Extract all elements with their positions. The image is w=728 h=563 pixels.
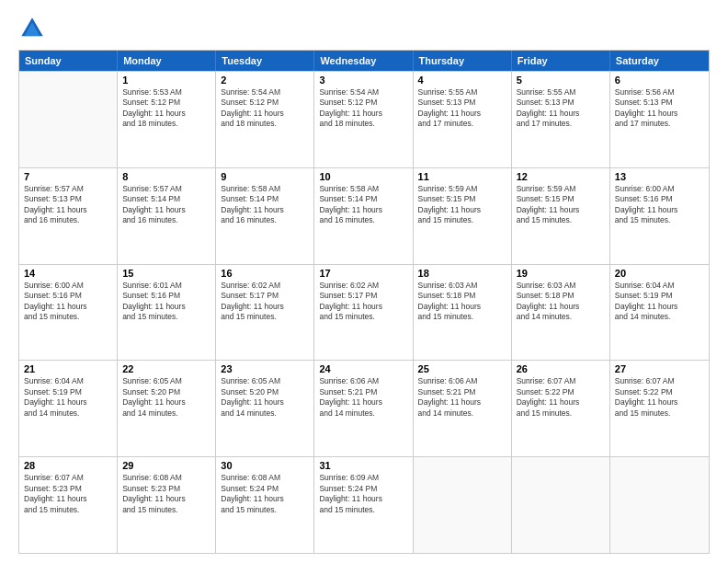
day-number: 9 — [221, 171, 309, 182]
day-number: 7 — [24, 171, 112, 182]
calendar-cell: 25Sunrise: 6:06 AM Sunset: 5:21 PM Dayli… — [414, 361, 512, 456]
day-info: Sunrise: 6:06 AM Sunset: 5:21 PM Dayligh… — [418, 376, 506, 419]
header-day-tuesday: Tuesday — [216, 51, 314, 71]
day-number: 30 — [221, 460, 309, 471]
day-number: 1 — [122, 75, 210, 86]
calendar-cell: 23Sunrise: 6:05 AM Sunset: 5:20 PM Dayli… — [216, 361, 314, 456]
calendar-cell: 31Sunrise: 6:09 AM Sunset: 5:24 PM Dayli… — [314, 457, 413, 553]
header-day-sunday: Sunday — [19, 51, 118, 71]
day-info: Sunrise: 5:59 AM Sunset: 5:15 PM Dayligh… — [418, 184, 506, 226]
calendar-cell: 13Sunrise: 6:00 AM Sunset: 5:16 PM Dayli… — [610, 168, 709, 264]
day-number: 26 — [517, 363, 605, 374]
day-number: 13 — [615, 171, 704, 182]
day-info: Sunrise: 6:04 AM Sunset: 5:19 PM Dayligh… — [24, 376, 112, 419]
day-number: 8 — [122, 171, 210, 182]
header-day-friday: Friday — [512, 51, 610, 71]
calendar-cell: 11Sunrise: 5:59 AM Sunset: 5:15 PM Dayli… — [414, 168, 512, 264]
day-info: Sunrise: 5:54 AM Sunset: 5:12 PM Dayligh… — [319, 87, 407, 130]
calendar-row-2: 14Sunrise: 6:00 AM Sunset: 5:16 PM Dayli… — [19, 264, 709, 361]
calendar-cell: 15Sunrise: 6:01 AM Sunset: 5:16 PM Dayli… — [118, 265, 216, 361]
day-number: 3 — [319, 75, 407, 86]
day-number: 10 — [319, 171, 407, 182]
day-info: Sunrise: 6:05 AM Sunset: 5:20 PM Dayligh… — [122, 376, 210, 419]
day-info: Sunrise: 6:08 AM Sunset: 5:24 PM Dayligh… — [221, 473, 309, 515]
day-info: Sunrise: 6:07 AM Sunset: 5:23 PM Dayligh… — [24, 473, 112, 515]
day-info: Sunrise: 6:03 AM Sunset: 5:18 PM Dayligh… — [418, 281, 506, 323]
header-day-saturday: Saturday — [610, 51, 709, 71]
day-info: Sunrise: 6:02 AM Sunset: 5:17 PM Dayligh… — [319, 281, 407, 323]
day-info: Sunrise: 6:09 AM Sunset: 5:24 PM Dayligh… — [319, 473, 407, 515]
calendar-row-1: 7Sunrise: 5:57 AM Sunset: 5:13 PM Daylig… — [19, 167, 709, 264]
day-number: 20 — [615, 268, 704, 279]
logo-icon — [18, 15, 46, 42]
calendar-cell: 27Sunrise: 6:07 AM Sunset: 5:22 PM Dayli… — [610, 361, 709, 456]
calendar-cell — [414, 457, 512, 553]
day-info: Sunrise: 6:06 AM Sunset: 5:21 PM Dayligh… — [319, 376, 407, 419]
calendar-cell: 19Sunrise: 6:03 AM Sunset: 5:18 PM Dayli… — [512, 265, 610, 361]
header-day-thursday: Thursday — [414, 51, 512, 71]
day-number: 12 — [517, 171, 605, 182]
day-info: Sunrise: 5:55 AM Sunset: 5:13 PM Dayligh… — [517, 87, 605, 130]
day-number: 28 — [24, 460, 112, 471]
calendar-cell — [610, 457, 709, 553]
day-number: 19 — [517, 268, 605, 279]
calendar-cell: 20Sunrise: 6:04 AM Sunset: 5:19 PM Dayli… — [610, 265, 709, 361]
logo — [18, 15, 50, 42]
calendar-cell: 29Sunrise: 6:08 AM Sunset: 5:23 PM Dayli… — [118, 457, 216, 553]
day-number: 23 — [221, 363, 309, 374]
calendar-cell — [512, 457, 610, 553]
calendar: SundayMondayTuesdayWednesdayThursdayFrid… — [18, 50, 710, 554]
day-info: Sunrise: 5:55 AM Sunset: 5:13 PM Dayligh… — [418, 87, 506, 130]
calendar-cell: 5Sunrise: 5:55 AM Sunset: 5:13 PM Daylig… — [512, 72, 610, 167]
day-number: 21 — [24, 363, 112, 374]
day-number: 14 — [24, 268, 112, 279]
day-info: Sunrise: 6:05 AM Sunset: 5:20 PM Dayligh… — [221, 376, 309, 419]
day-number: 31 — [319, 460, 407, 471]
day-number: 17 — [319, 268, 407, 279]
day-number: 24 — [319, 363, 407, 374]
day-number: 16 — [221, 268, 309, 279]
day-info: Sunrise: 6:00 AM Sunset: 5:16 PM Dayligh… — [615, 184, 704, 226]
calendar-cell: 4Sunrise: 5:55 AM Sunset: 5:13 PM Daylig… — [414, 72, 512, 167]
calendar-row-0: 1Sunrise: 5:53 AM Sunset: 5:12 PM Daylig… — [19, 71, 709, 167]
calendar-row-3: 21Sunrise: 6:04 AM Sunset: 5:19 PM Dayli… — [19, 360, 709, 456]
day-number: 2 — [221, 75, 309, 86]
day-info: Sunrise: 5:58 AM Sunset: 5:14 PM Dayligh… — [221, 184, 309, 226]
day-number: 29 — [122, 460, 210, 471]
day-number: 25 — [418, 363, 506, 374]
calendar-cell: 26Sunrise: 6:07 AM Sunset: 5:22 PM Dayli… — [512, 361, 610, 456]
day-number: 4 — [418, 75, 506, 86]
day-number: 27 — [615, 363, 704, 374]
day-number: 6 — [615, 75, 704, 86]
calendar-cell: 17Sunrise: 6:02 AM Sunset: 5:17 PM Dayli… — [314, 265, 413, 361]
page: SundayMondayTuesdayWednesdayThursdayFrid… — [0, 0, 728, 563]
calendar-cell: 3Sunrise: 5:54 AM Sunset: 5:12 PM Daylig… — [314, 72, 413, 167]
calendar-cell — [19, 72, 118, 167]
calendar-cell: 21Sunrise: 6:04 AM Sunset: 5:19 PM Dayli… — [19, 361, 118, 456]
day-info: Sunrise: 5:59 AM Sunset: 5:15 PM Dayligh… — [517, 184, 605, 226]
calendar-cell: 6Sunrise: 5:56 AM Sunset: 5:13 PM Daylig… — [610, 72, 709, 167]
calendar-cell: 14Sunrise: 6:00 AM Sunset: 5:16 PM Dayli… — [19, 265, 118, 361]
calendar-cell: 9Sunrise: 5:58 AM Sunset: 5:14 PM Daylig… — [216, 168, 314, 264]
day-info: Sunrise: 5:54 AM Sunset: 5:12 PM Dayligh… — [221, 87, 309, 130]
day-number: 5 — [517, 75, 605, 86]
day-info: Sunrise: 5:58 AM Sunset: 5:14 PM Dayligh… — [319, 184, 407, 226]
calendar-cell: 8Sunrise: 5:57 AM Sunset: 5:14 PM Daylig… — [118, 168, 216, 264]
day-info: Sunrise: 5:53 AM Sunset: 5:12 PM Dayligh… — [122, 87, 210, 130]
calendar-cell: 12Sunrise: 5:59 AM Sunset: 5:15 PM Dayli… — [512, 168, 610, 264]
calendar-cell: 1Sunrise: 5:53 AM Sunset: 5:12 PM Daylig… — [118, 72, 216, 167]
day-info: Sunrise: 6:02 AM Sunset: 5:17 PM Dayligh… — [221, 281, 309, 323]
day-info: Sunrise: 5:57 AM Sunset: 5:13 PM Dayligh… — [24, 184, 112, 226]
day-info: Sunrise: 6:00 AM Sunset: 5:16 PM Dayligh… — [24, 281, 112, 323]
day-info: Sunrise: 6:08 AM Sunset: 5:23 PM Dayligh… — [122, 473, 210, 515]
day-info: Sunrise: 5:56 AM Sunset: 5:13 PM Dayligh… — [615, 87, 704, 130]
day-info: Sunrise: 6:07 AM Sunset: 5:22 PM Dayligh… — [517, 376, 605, 419]
day-info: Sunrise: 6:03 AM Sunset: 5:18 PM Dayligh… — [517, 281, 605, 323]
day-number: 15 — [122, 268, 210, 279]
header-day-wednesday: Wednesday — [314, 51, 413, 71]
day-info: Sunrise: 6:01 AM Sunset: 5:16 PM Dayligh… — [122, 281, 210, 323]
calendar-header: SundayMondayTuesdayWednesdayThursdayFrid… — [19, 51, 709, 71]
header — [18, 15, 710, 42]
day-number: 18 — [418, 268, 506, 279]
calendar-cell: 16Sunrise: 6:02 AM Sunset: 5:17 PM Dayli… — [216, 265, 314, 361]
